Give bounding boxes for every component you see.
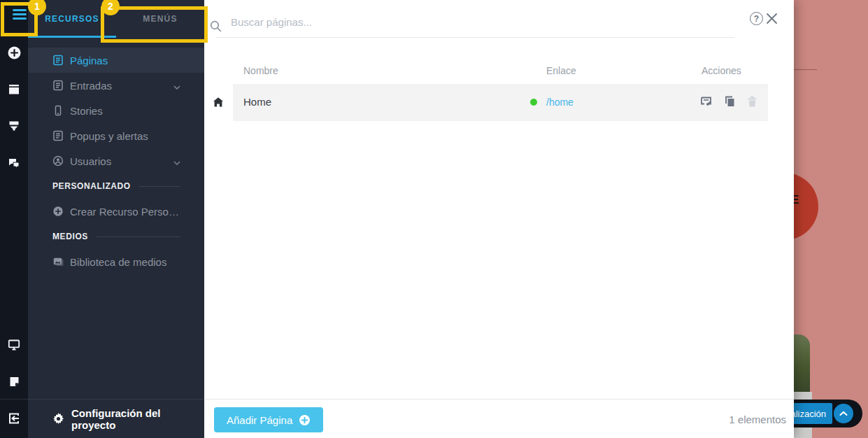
sidebar-item-usuarios[interactable]: Usuarios bbox=[28, 148, 204, 174]
hamburger-menu-icon[interactable] bbox=[13, 9, 27, 20]
table-row[interactable]: Home /home bbox=[233, 84, 768, 121]
duplicate-icon[interactable] bbox=[723, 95, 737, 111]
panel-footer: Añadir Página 1 elementos bbox=[204, 399, 794, 438]
delete-icon[interactable] bbox=[746, 95, 759, 111]
section-divider bbox=[97, 236, 180, 237]
sidebar-item-label: Popups y alertas bbox=[70, 130, 180, 142]
sidebar-item-label: Entradas bbox=[70, 80, 169, 92]
document-icon bbox=[52, 130, 64, 141]
sidebar-item-entradas[interactable]: Entradas bbox=[28, 73, 204, 98]
phone-icon bbox=[52, 105, 64, 116]
edit-icon[interactable] bbox=[700, 95, 713, 111]
publish-icon[interactable] bbox=[0, 112, 28, 140]
icon-rail bbox=[0, 0, 28, 438]
page-name: Home bbox=[243, 96, 271, 108]
pages-panel: ? Nombre Enlace Acciones Home /home bbox=[204, 0, 794, 438]
desktop-icon[interactable] bbox=[0, 331, 28, 359]
preview-overlay-letter: E bbox=[794, 193, 799, 207]
column-header-nombre: Nombre bbox=[243, 65, 278, 76]
close-icon[interactable] bbox=[764, 11, 778, 25]
section-label: MEDIOS bbox=[52, 232, 88, 241]
media-library-icon bbox=[52, 256, 64, 267]
sidebar-item-paginas[interactable]: Páginas bbox=[28, 48, 204, 73]
sidebar-item-label: Biblioteca de medios bbox=[70, 256, 180, 268]
project-settings-label: Configuración del proyecto bbox=[71, 407, 204, 431]
tab-menus[interactable]: MENÚS bbox=[116, 0, 204, 38]
help-icon[interactable]: ? bbox=[750, 12, 763, 25]
project-settings-button[interactable]: Configuración del proyecto bbox=[28, 399, 204, 438]
published-status-dot bbox=[530, 99, 537, 106]
search-icon bbox=[210, 20, 222, 35]
item-count: 1 elementos bbox=[729, 414, 786, 425]
comments-icon[interactable] bbox=[0, 149, 28, 177]
plus-circle-icon bbox=[52, 206, 64, 217]
search-input[interactable] bbox=[229, 15, 593, 29]
sidebar-item-stories[interactable]: Stories bbox=[28, 98, 204, 123]
add-page-button[interactable]: Añadir Página bbox=[214, 407, 323, 432]
app-window: E Previsualización bbox=[0, 0, 868, 438]
search-bar: ? bbox=[204, 0, 794, 38]
plus-circle-icon bbox=[299, 414, 311, 426]
chevron-down-icon bbox=[173, 155, 180, 167]
preview-photo bbox=[794, 334, 810, 393]
home-icon bbox=[213, 97, 224, 111]
resources-sidebar: RECURSOS MENÚS Páginas Entradas Stories … bbox=[28, 0, 204, 438]
column-header-acciones: Acciones bbox=[702, 65, 741, 76]
section-medios: MEDIOS bbox=[28, 224, 204, 249]
sidebar-item-popups[interactable]: Popups y alertas bbox=[28, 123, 204, 148]
preview-button[interactable]: Previsualización bbox=[794, 403, 832, 424]
site-preview-strip: E Previsualización bbox=[794, 0, 868, 438]
sidebar-item-crear-recurso[interactable]: Crear Recurso Personali... bbox=[28, 199, 204, 224]
chevron-up-icon[interactable] bbox=[834, 404, 853, 423]
sidebar-item-label: Páginas bbox=[70, 55, 180, 66]
document-icon bbox=[52, 55, 64, 66]
page-link[interactable]: /home bbox=[546, 97, 574, 108]
sidebar-item-label: Crear Recurso Personali... bbox=[70, 206, 180, 218]
add-resource-icon[interactable] bbox=[0, 38, 28, 66]
section-label: PERSONALIZADO bbox=[52, 181, 131, 191]
sidebar-item-label: Stories bbox=[70, 105, 180, 117]
column-header-enlace: Enlace bbox=[546, 65, 576, 76]
sidebar-item-biblioteca[interactable]: Biblioteca de medios bbox=[28, 249, 204, 274]
user-icon bbox=[52, 155, 64, 167]
search-divider bbox=[215, 37, 734, 38]
section-divider bbox=[139, 186, 180, 187]
exit-icon[interactable] bbox=[0, 404, 28, 432]
add-page-label: Añadir Página bbox=[227, 414, 292, 426]
preview-divider bbox=[794, 69, 817, 70]
sidebar-menu: Páginas Entradas Stories Popups y alerta… bbox=[28, 48, 204, 274]
rail-divider bbox=[0, 399, 28, 400]
chevron-down-icon bbox=[173, 80, 180, 92]
notes-icon[interactable] bbox=[0, 367, 28, 395]
section-personalizado: PERSONALIZADO bbox=[28, 174, 204, 199]
preview-action-pill: Previsualización bbox=[794, 400, 862, 428]
document-icon bbox=[52, 80, 64, 91]
gear-icon bbox=[52, 413, 64, 425]
archive-icon[interactable] bbox=[0, 76, 28, 104]
sidebar-item-label: Usuarios bbox=[70, 155, 169, 167]
